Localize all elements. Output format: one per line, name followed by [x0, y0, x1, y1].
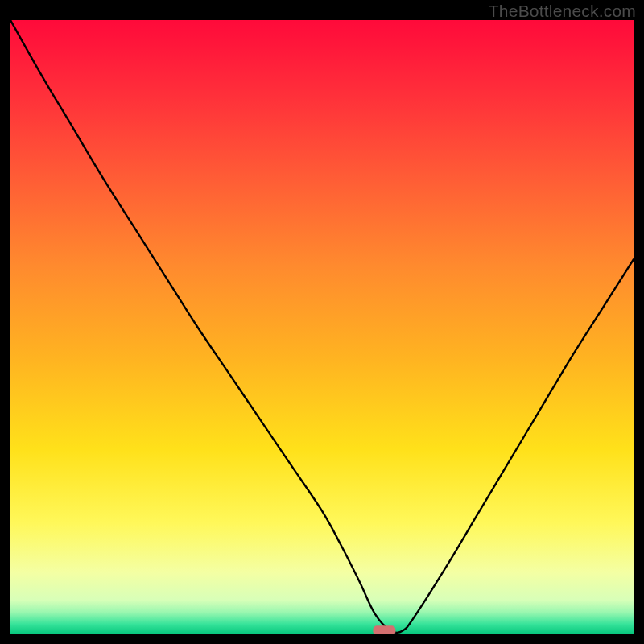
gradient-background	[10, 20, 634, 634]
chart-stage: TheBottleneck.com	[0, 0, 644, 644]
optimum-marker	[373, 625, 395, 634]
watermark-text: TheBottleneck.com	[489, 2, 636, 21]
chart-svg	[10, 20, 634, 634]
plot-area	[10, 20, 634, 634]
